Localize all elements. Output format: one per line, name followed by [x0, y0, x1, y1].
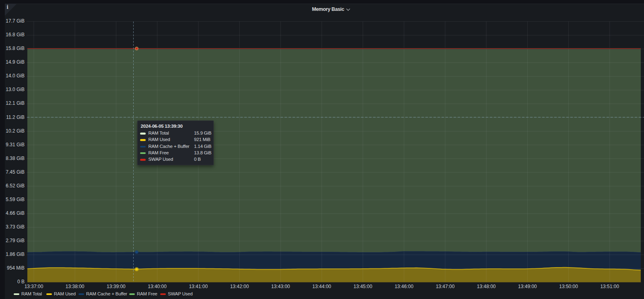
svg-text:16.8 GiB: 16.8 GiB [6, 32, 25, 37]
svg-text:17.7 GiB: 17.7 GiB [6, 18, 25, 24]
svg-text:13:46:00: 13:46:00 [394, 284, 413, 289]
svg-text:13:43:00: 13:43:00 [271, 284, 290, 289]
svg-text:4.66 GiB: 4.66 GiB [6, 210, 25, 216]
svg-text:13:42:00: 13:42:00 [230, 284, 249, 289]
svg-text:7.45 GiB: 7.45 GiB [6, 169, 25, 175]
svg-text:5.59 GiB: 5.59 GiB [6, 197, 25, 202]
svg-text:13.0 GiB: 13.0 GiB [6, 87, 25, 92]
svg-text:8.38 GiB: 8.38 GiB [6, 156, 25, 161]
svg-text:2.79 GiB: 2.79 GiB [6, 238, 25, 243]
svg-text:10.2 GiB: 10.2 GiB [6, 128, 25, 134]
svg-text:6.52 GiB: 6.52 GiB [6, 183, 25, 189]
svg-text:13:47:00: 13:47:00 [436, 284, 455, 289]
svg-text:13:40:00: 13:40:00 [148, 284, 167, 289]
svg-text:1.86 GiB: 1.86 GiB [6, 251, 25, 257]
svg-text:14.9 GiB: 14.9 GiB [6, 59, 25, 65]
svg-text:3.73 GiB: 3.73 GiB [6, 224, 25, 230]
svg-text:13:41:00: 13:41:00 [189, 284, 208, 289]
svg-text:15.8 GiB: 15.8 GiB [6, 46, 25, 51]
svg-text:13:49:00: 13:49:00 [518, 284, 537, 289]
svg-text:0 B: 0 B [17, 279, 25, 284]
svg-text:13:44:00: 13:44:00 [312, 284, 331, 289]
svg-text:14.0 GiB: 14.0 GiB [6, 73, 25, 79]
svg-text:13:48:00: 13:48:00 [477, 284, 496, 289]
svg-text:13:38:00: 13:38:00 [66, 284, 85, 289]
svg-text:12.1 GiB: 12.1 GiB [6, 100, 25, 106]
svg-text:9.31 GiB: 9.31 GiB [6, 142, 25, 147]
svg-text:954 MiB: 954 MiB [7, 265, 25, 271]
svg-text:13:51:00: 13:51:00 [600, 284, 619, 289]
svg-text:13:39:00: 13:39:00 [107, 284, 126, 289]
svg-text:11.2 GiB: 11.2 GiB [6, 114, 25, 120]
svg-text:13:50:00: 13:50:00 [559, 284, 578, 289]
svg-text:13:37:00: 13:37:00 [25, 284, 43, 289]
svg-text:13:45:00: 13:45:00 [353, 284, 372, 289]
